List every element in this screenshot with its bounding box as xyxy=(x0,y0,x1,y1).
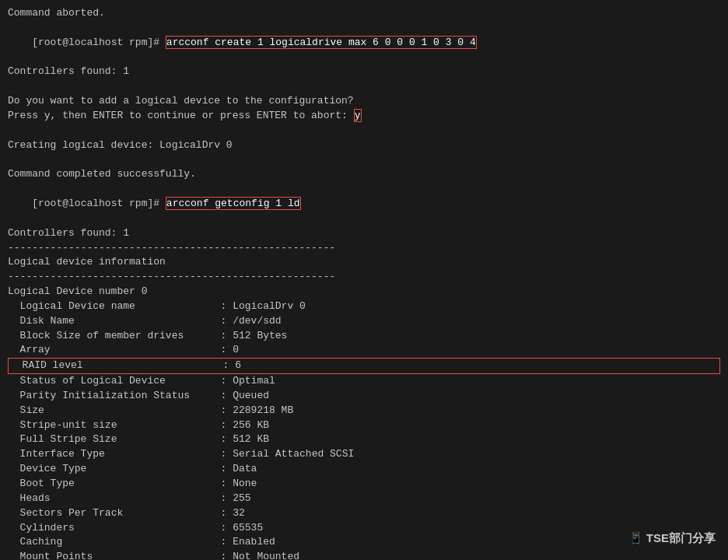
line-logdev-num: Logical Device number 0 xyxy=(8,285,720,299)
watermark-icon: 📱 xyxy=(628,531,643,544)
line-mount: Mount Points: Not Mounted xyxy=(8,550,720,560)
key-sectors: Sectors Per Track xyxy=(20,506,221,521)
key-disk-name: Disk Name xyxy=(20,314,221,329)
line-creating: Creating logical device: LogicalDrv 0 xyxy=(8,138,720,153)
val-raid: : 6 xyxy=(223,359,241,371)
line-heads: Heads: 255 xyxy=(8,492,720,506)
key-array: Array xyxy=(20,343,221,358)
line-controllers2: Controllers found: 1 xyxy=(8,226,720,241)
line-sectors: Sectors Per Track: 32 xyxy=(8,506,720,521)
key-block-size: Block Size of member drives xyxy=(20,329,221,344)
line-devtype: Device Type: Data xyxy=(8,462,720,477)
val-devtype: : Data xyxy=(221,463,257,474)
terminal: Command aborted. [root@localhost rpm]# a… xyxy=(0,0,728,560)
val-block-size: : 512 Bytes xyxy=(221,330,288,341)
key-mount: Mount Points xyxy=(20,550,221,560)
line-interface: Interface Type: Serial Attached SCSI xyxy=(8,447,720,462)
line-full-stripe: Full Stripe Size: 512 KB xyxy=(8,432,720,447)
line-blank3 xyxy=(8,152,720,167)
line-cmd2: [root@localhost rpm]# arcconf getconfig … xyxy=(8,182,720,226)
key-stripe-unit: Stripe-unit size xyxy=(20,418,221,433)
val-status: : Optimal xyxy=(221,375,275,387)
val-size: : 2289218 MB xyxy=(221,404,294,416)
val-full-stripe: : 512 KB xyxy=(221,433,269,445)
key-raid: RAID level xyxy=(23,359,223,373)
line-blank1 xyxy=(8,79,720,94)
line-controllers1: Controllers found: 1 xyxy=(8,65,720,79)
line-question: Do you want to add a logical device to t… xyxy=(8,94,720,109)
key-size: Size xyxy=(20,404,221,418)
key-devtype: Device Type xyxy=(20,462,221,477)
line-size: Size: 2289218 MB xyxy=(8,404,720,418)
val-interface: : Serial Attached SCSI xyxy=(221,448,355,460)
val-stripe-unit: : 256 KB xyxy=(221,419,269,431)
val-caching: : Enabled xyxy=(221,536,275,548)
line-status: Status of Logical Device: Optimal xyxy=(8,374,720,389)
val-cylinders: : 65535 xyxy=(221,522,264,534)
val-logdev-name: : LogicalDrv 0 xyxy=(221,300,306,312)
key-caching: Caching xyxy=(20,535,221,550)
val-mount: : Not Mounted xyxy=(221,551,299,560)
line-raid: RAID level: 6 xyxy=(8,358,720,374)
val-array: : 0 xyxy=(221,344,239,355)
val-disk-name: : /dev/sdd xyxy=(221,315,282,327)
line-block-size: Block Size of member drives: 512 Bytes xyxy=(8,329,720,344)
key-cylinders: Cylinders xyxy=(20,521,221,536)
cmd-1: arcconf create 1 logicaldrive max 6 0 0 … xyxy=(166,36,477,49)
cmd-2: arcconf getconfig 1 ld xyxy=(166,197,301,210)
key-full-stripe: Full Stripe Size xyxy=(20,432,221,447)
val-heads: : 255 xyxy=(221,492,251,504)
line-logdev-name: Logical Device name: LogicalDrv 0 xyxy=(8,299,720,314)
line-stripe-unit: Stripe-unit size: 256 KB xyxy=(8,418,720,433)
line-parity: Parity Initialization Status: Queued xyxy=(8,389,720,404)
line-press-y: Press y, then ENTER to continue or press… xyxy=(8,109,720,124)
key-boottype: Boot Type xyxy=(20,477,221,492)
prompt-2: [root@localhost rpm]# xyxy=(32,198,166,209)
line-array: Array: 0 xyxy=(8,343,720,358)
watermark: 📱 TSE部门分享 xyxy=(628,531,716,546)
key-interface: Interface Type xyxy=(20,447,221,462)
line-blank2 xyxy=(8,124,720,138)
line-sep1: ----------------------------------------… xyxy=(8,241,720,256)
line-aborted: Command aborted. xyxy=(8,6,720,21)
line-logdev-info: Logical device information xyxy=(8,255,720,270)
key-parity: Parity Initialization Status xyxy=(20,389,221,404)
line-success1: Command completed successfully. xyxy=(8,167,720,182)
answer-y: y xyxy=(354,109,362,122)
line-caching: Caching: Enabled xyxy=(8,535,720,550)
key-status: Status of Logical Device xyxy=(20,374,221,389)
watermark-text: TSE部门分享 xyxy=(646,531,716,544)
key-logdev-name: Logical Device name xyxy=(20,299,221,314)
key-heads: Heads xyxy=(20,492,221,506)
line-cmd1: [root@localhost rpm]# arcconf create 1 l… xyxy=(8,21,720,65)
val-boottype: : None xyxy=(221,478,257,489)
line-cylinders: Cylinders: 65535 xyxy=(8,521,720,536)
line-sep2: ----------------------------------------… xyxy=(8,270,720,285)
line-disk-name: Disk Name: /dev/sdd xyxy=(8,314,720,329)
prompt-1: [root@localhost rpm]# xyxy=(32,37,166,48)
val-parity: : Queued xyxy=(221,390,269,401)
line-boottype: Boot Type: None xyxy=(8,477,720,492)
val-sectors: : 32 xyxy=(221,507,245,519)
